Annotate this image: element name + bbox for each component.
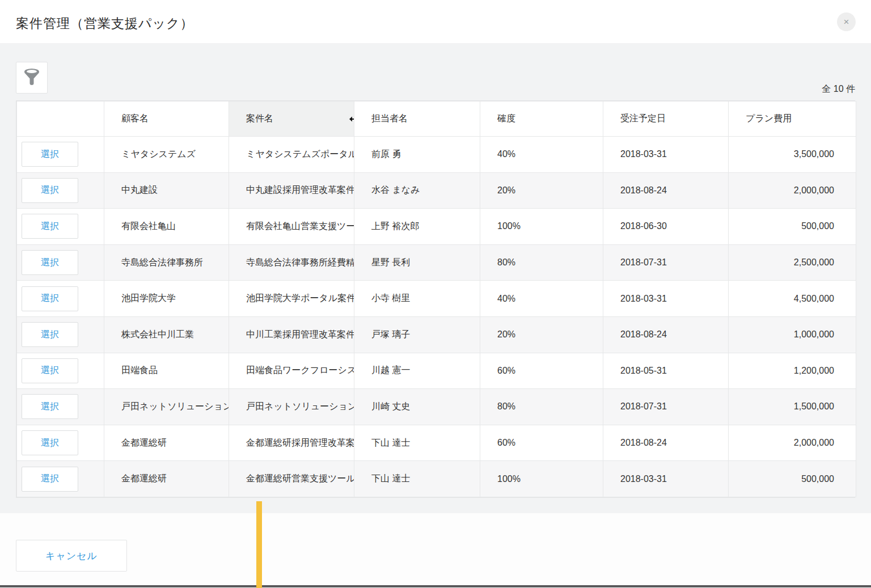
cost-cell: 2,500,000 [729,244,856,281]
close-icon: × [844,16,849,27]
close-button[interactable]: × [837,12,856,31]
select-button[interactable]: 選択 [22,214,78,239]
deal-cell: 中丸建設採用管理改革案件 [229,172,354,209]
deal-cell: ミヤタシステムズポータル案件 [229,137,354,173]
select-cell: 選択 [17,389,104,425]
select-button[interactable]: 選択 [22,322,78,347]
page-title: 案件管理（営業支援パック） [16,15,194,32]
header-deal-label: 案件名 [246,113,273,123]
date-cell: 2018-08-24 [603,425,729,461]
probability-cell: 20% [480,172,603,209]
header-probability[interactable]: 確度 [480,101,603,137]
table-row: 選択金都運総研金都運総研営業支援ツール下山 達士100%2018-03-3150… [17,461,856,497]
probability-cell: 80% [480,244,603,281]
owner-cell: 前原 勇 [354,137,480,173]
date-cell: 2018-06-30 [603,209,729,245]
customer-cell: 寺島総合法律事務所 [104,244,229,281]
deals-table: 顧客名 案件名 担当者名 確度 [16,100,855,498]
customer-cell: 田端食品 [104,353,229,389]
table-row: 選択ミヤタシステムズミヤタシステムズポータル案件前原 勇40%2018-03-3… [17,137,856,173]
probability-cell: 40% [480,281,603,317]
cost-cell: 1,500,000 [729,389,856,425]
owner-cell: 星野 長利 [354,244,480,281]
bottom-edge-bar [0,585,871,587]
funnel-icon [23,68,40,88]
deal-cell: 戸田ネットソリューション案件 [229,389,354,425]
deal-cell: 池田学院大学ポータル案件 [229,281,354,317]
select-button[interactable]: 選択 [22,250,78,275]
owner-cell: 戸塚 璃子 [354,316,480,353]
customer-cell: 株式会社中川工業 [104,316,229,353]
probability-cell: 100% [480,461,603,497]
select-cell: 選択 [17,425,104,461]
table-row: 選択株式会社中川工業中川工業採用管理改革案件戸塚 璃子20%2018-08-24… [17,316,856,353]
cost-cell: 1,200,000 [729,353,856,389]
header-select [17,101,104,137]
cost-cell: 3,500,000 [729,137,856,173]
table-row: 選択池田学院大学池田学院大学ポータル案件小寺 樹里40%2018-03-314,… [17,281,856,317]
customer-cell: 有限会社亀山 [104,209,229,245]
select-button[interactable]: 選択 [22,142,78,167]
probability-cell: 80% [480,389,603,425]
table-row: 選択金都運総研金都運総研採用管理改革案件下山 達士60%2018-08-242,… [17,425,856,461]
header-cost[interactable]: プラン費用 [729,101,856,137]
customer-cell: 金都運総研 [104,425,229,461]
customer-cell: 中丸建設 [104,172,229,209]
header-owner[interactable]: 担当者名 [354,101,480,137]
table-row: 選択戸田ネットソリューション戸田ネットソリューション案件川崎 丈史80%2018… [17,389,856,425]
cost-cell: 2,000,000 [729,425,856,461]
select-cell: 選択 [17,316,104,353]
table-row: 選択中丸建設中丸建設採用管理改革案件水谷 まなみ20%2018-08-242,0… [17,172,856,209]
select-cell: 選択 [17,209,104,245]
deal-cell: 中川工業採用管理改革案件 [229,316,354,353]
owner-cell: 川崎 丈史 [354,389,480,425]
col-resize-cursor-icon[interactable] [349,113,354,125]
date-cell: 2018-07-31 [603,244,729,281]
select-cell: 選択 [17,281,104,317]
probability-cell: 60% [480,425,603,461]
customer-cell: ミヤタシステムズ [104,137,229,173]
owner-cell: 川越 憲一 [354,353,480,389]
date-cell: 2018-08-24 [603,172,729,209]
select-button[interactable]: 選択 [22,358,78,383]
probability-cell: 60% [480,353,603,389]
table-header-row: 顧客名 案件名 担当者名 確度 [17,101,856,137]
select-button[interactable]: 選択 [22,394,78,419]
select-cell: 選択 [17,137,104,173]
cost-cell: 1,000,000 [729,316,856,353]
select-button[interactable]: 選択 [22,430,78,455]
deal-cell: 田端食品ワークフローシステム [229,353,354,389]
date-cell: 2018-03-31 [603,461,729,497]
deal-cell: 寺島総合法律事務所経費精算 [229,244,354,281]
select-cell: 選択 [17,461,104,497]
header-customer[interactable]: 顧客名 [104,101,229,137]
owner-cell: 水谷 まなみ [354,172,480,209]
probability-cell: 20% [480,316,603,353]
customer-cell: 金都運総研 [104,461,229,497]
cancel-button[interactable]: キャンセル [16,540,127,572]
probability-cell: 40% [480,137,603,173]
table-row: 選択田端食品田端食品ワークフローシステム川越 憲一60%2018-05-311,… [17,353,856,389]
modal-body: 全 10 件 顧客名 案件名 [0,43,871,513]
select-cell: 選択 [17,244,104,281]
deal-cell: 金都運総研採用管理改革案件 [229,425,354,461]
date-cell: 2018-08-24 [603,316,729,353]
header-deal[interactable]: 案件名 [229,101,354,137]
select-button[interactable]: 選択 [22,467,78,492]
cost-cell: 500,000 [729,461,856,497]
owner-cell: 下山 達士 [354,461,480,497]
owner-cell: 上野 裕次郎 [354,209,480,245]
date-cell: 2018-07-31 [603,389,729,425]
select-button[interactable]: 選択 [22,286,78,311]
owner-cell: 下山 達士 [354,425,480,461]
cost-cell: 500,000 [729,209,856,245]
probability-cell: 100% [480,209,603,245]
header-date[interactable]: 受注予定日 [603,101,729,137]
date-cell: 2018-03-31 [603,137,729,173]
filter-button[interactable] [16,62,48,94]
modal-header: 案件管理（営業支援パック） × [0,0,871,43]
date-cell: 2018-05-31 [603,353,729,389]
customer-cell: 池田学院大学 [104,281,229,317]
select-cell: 選択 [17,353,104,389]
select-button[interactable]: 選択 [22,178,78,203]
